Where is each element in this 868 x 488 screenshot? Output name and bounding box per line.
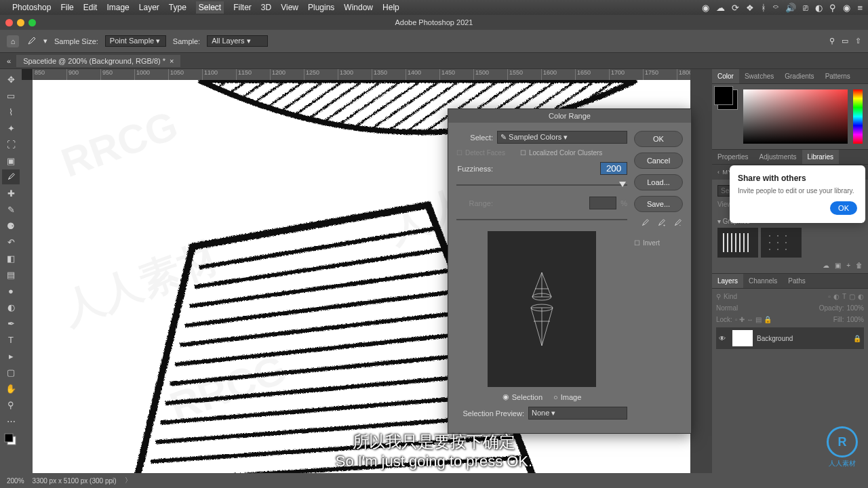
radio-image[interactable]: ○Image (553, 392, 581, 401)
radio-selection[interactable]: ◉Selection (502, 392, 542, 401)
load-button[interactable]: Load... (634, 174, 683, 190)
popup-ok-button[interactable]: OK (830, 201, 857, 215)
lock-icon[interactable]: 🔒 (853, 335, 861, 342)
eyedropper-icon[interactable] (639, 218, 650, 228)
localized-checkbox[interactable]: ☐ Localized Color Clusters (520, 149, 602, 157)
menu-image[interactable]: Image (106, 3, 129, 12)
type-tool[interactable]: T (2, 332, 20, 347)
zoom-level[interactable]: 200% (7, 477, 24, 485)
dodge-tool[interactable]: ◐ (2, 300, 20, 314)
sync-icon[interactable]: ⟳ (732, 3, 739, 13)
menu-filter[interactable]: Filter (233, 3, 252, 12)
pen-tool[interactable]: ✒ (2, 316, 20, 331)
invert-checkbox[interactable]: ☐ Invert (634, 239, 683, 247)
cc-icon[interactable]: ◉ (702, 3, 709, 13)
frame-tool[interactable]: ▣ (2, 153, 20, 168)
tab-properties[interactable]: Properties (712, 150, 754, 164)
lasso-tool[interactable]: ⌇ (2, 104, 20, 119)
visibility-icon[interactable]: 👁 (719, 335, 728, 342)
menu-select[interactable]: Select (196, 1, 224, 14)
ruler-vertical[interactable] (22, 80, 33, 473)
sample-select[interactable]: All Layers ▾ (207, 35, 268, 47)
edit-toolbar[interactable]: ⋯ (2, 413, 20, 428)
save-button[interactable]: Save... (634, 196, 683, 212)
tab-chevrons[interactable]: « (7, 57, 11, 65)
share-icon[interactable]: ⇧ (855, 37, 861, 45)
layer-background[interactable]: 👁 Background 🔒 (716, 327, 864, 349)
tab-gradients[interactable]: Gradients (779, 69, 819, 83)
marquee-tool[interactable]: ▭ (2, 88, 20, 103)
graphic-thumb-2[interactable] (761, 228, 802, 258)
home-icon[interactable]: ⌂ (7, 35, 19, 47)
notif-icon[interactable]: ≡ (857, 3, 863, 13)
menu-edit[interactable]: Edit (83, 3, 98, 12)
hue-slider[interactable] (853, 89, 863, 144)
menu-plugins[interactable]: Plugins (308, 3, 334, 12)
gradient-tool[interactable]: ▤ (2, 267, 20, 282)
wifi-icon[interactable]: ⌔ (773, 3, 778, 13)
tab-libraries[interactable]: Libraries (802, 150, 839, 164)
blur-tool[interactable]: ● (2, 283, 20, 298)
menu-window[interactable]: Window (344, 3, 373, 12)
minimize-window-icon[interactable] (17, 19, 24, 26)
zoom-tool[interactable]: ⚲ (2, 397, 20, 412)
healing-tool[interactable]: ✚ (2, 186, 20, 201)
tab-color[interactable]: Color (712, 69, 739, 83)
eyedropper-tool[interactable] (2, 169, 20, 184)
quick-select-tool[interactable]: ✦ (2, 121, 20, 136)
stamp-tool[interactable]: ⚈ (2, 218, 20, 233)
volume-icon[interactable]: 🔊 (785, 3, 796, 13)
selection-preview-select[interactable]: None ▾ (528, 407, 627, 420)
color-field[interactable] (743, 89, 848, 144)
hand-tool[interactable]: ✋ (2, 381, 20, 396)
cancel-button[interactable]: Cancel (634, 152, 683, 169)
path-select-tool[interactable]: ▸ (2, 348, 20, 363)
fuzziness-input[interactable] (600, 162, 627, 175)
eraser-tool[interactable]: ◧ (2, 251, 20, 266)
fg-bg-swatch[interactable] (717, 89, 738, 110)
tab-adjustments[interactable]: Adjustments (754, 150, 802, 164)
select-dropdown[interactable]: ✎ Sampled Colors ▾ (497, 131, 627, 144)
lib-folder-icon[interactable]: ▣ (835, 262, 841, 269)
menu-3d[interactable]: 3D (261, 3, 271, 12)
move-tool[interactable]: ✥ (2, 72, 20, 87)
tab-layers[interactable]: Layers (712, 274, 743, 288)
eyedropper-tool-icon[interactable] (26, 36, 37, 47)
brush-tool[interactable]: ✎ (2, 202, 20, 217)
fg-bg-colors[interactable] (2, 432, 20, 447)
traffic-lights[interactable] (5, 19, 36, 26)
close-tab-icon[interactable]: × (170, 57, 174, 65)
ok-button[interactable]: OK (634, 131, 683, 147)
graphic-thumb-1[interactable] (717, 228, 758, 258)
bluetooth-icon[interactable]: ᚼ (761, 3, 766, 13)
workspace-icon[interactable]: ▭ (842, 37, 848, 45)
menu-type[interactable]: Type (169, 3, 186, 12)
close-window-icon[interactable] (5, 19, 13, 26)
menu-app[interactable]: Photoshop (12, 3, 51, 12)
crop-tool[interactable]: ⛶ (2, 137, 20, 152)
lib-trash-icon[interactable]: 🗑 (856, 262, 863, 269)
screen-icon[interactable]: ⎚ (803, 3, 808, 13)
tab-swatches[interactable]: Swatches (739, 69, 779, 83)
menu-file[interactable]: File (60, 3, 73, 12)
eyedropper-add-icon[interactable]: + (656, 218, 667, 228)
cloud-icon[interactable]: ☁ (716, 3, 725, 13)
search-icon[interactable]: ⚲ (829, 37, 835, 45)
layer-thumb[interactable] (732, 330, 753, 346)
zoom-window-icon[interactable] (28, 19, 36, 26)
menu-help[interactable]: Help (382, 3, 399, 12)
eyedropper-subtract-icon[interactable]: - (672, 218, 683, 228)
cc-status-icon[interactable]: ◐ (815, 3, 823, 13)
updates-icon[interactable]: ❖ (746, 3, 754, 13)
history-brush-tool[interactable]: ↶ (2, 235, 20, 249)
cloud-sync-icon[interactable]: ☁ (823, 262, 829, 269)
tab-patterns[interactable]: Patterns (820, 69, 856, 83)
spotlight-icon[interactable]: ⚲ (829, 3, 836, 13)
shape-tool[interactable]: ▢ (2, 365, 20, 380)
sample-size-select[interactable]: Point Sample ▾ (105, 35, 166, 47)
document-tab[interactable]: Spacetide @ 200% (Background, RGB/8) * × (16, 55, 180, 67)
tab-paths[interactable]: Paths (783, 274, 811, 288)
siri-icon[interactable]: ◉ (843, 3, 850, 13)
menu-view[interactable]: View (281, 3, 298, 12)
menu-layer[interactable]: Layer (139, 3, 159, 12)
